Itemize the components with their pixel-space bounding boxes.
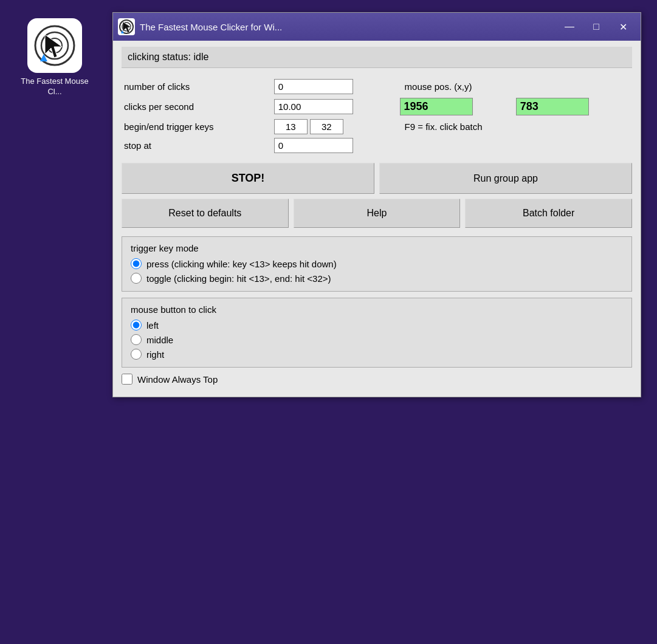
mouse-button-title: mouse button to click [131,304,623,315]
app-content: clicking status: idle number of clicks m… [113,41,641,397]
help-button[interactable]: Help [294,199,461,228]
cps-input[interactable] [274,99,353,114]
trigger-mode-toggle-label: toggle (clicking begin: hit <13>, end: h… [146,273,331,284]
desktop-icon[interactable]: The Fastest Mouse Cl... [18,18,91,97]
mouse-pos-label: mouse pos. (x,y) [400,79,514,94]
app-icon [27,18,82,73]
reset-button[interactable]: Reset to defaults [122,199,289,228]
mouse-button-panel: mouse button to click left middle right [122,298,632,368]
f9-label: F9 = fix. click batch [400,119,630,134]
trigger-mode-press-row: press (clicking while: key <13> keeps hi… [131,258,623,269]
window-always-top-row: Window Always Top [122,374,632,385]
mouse-right-row: right [131,349,623,360]
button-row-1: STOP! Run group app [122,163,632,194]
trigger-mode-toggle-row: toggle (clicking begin: hit <13>, end: h… [131,273,623,284]
app-window: The Fastest Mouse Clicker for Wi... — □ … [112,12,641,397]
mouse-right-label: right [146,349,164,360]
status-bar: clicking status: idle [122,47,632,68]
title-bar-icon [118,18,135,35]
trigger-mode-press-radio[interactable] [131,258,142,269]
mouse-middle-label: middle [146,335,173,345]
mouse-y-input [516,98,589,115]
desktop-icon-label: The Fastest Mouse Cl... [18,77,91,97]
maximize-button[interactable]: □ [583,17,609,36]
stop-at-input[interactable] [274,138,353,153]
title-bar: The Fastest Mouse Clicker for Wi... — □ … [113,13,641,41]
mouse-left-row: left [131,320,623,331]
mouse-middle-radio[interactable] [131,334,142,345]
title-bar-buttons: — □ ✕ [557,17,636,36]
num-clicks-input[interactable] [274,79,353,94]
batch-folder-button[interactable]: Batch folder [465,199,632,228]
button-row-2: Reset to defaults Help Batch folder [122,199,632,228]
trigger-mode-press-label: press (clicking while: key <13> keeps hi… [146,259,337,269]
mouse-middle-row: middle [131,334,623,345]
window-always-top-checkbox[interactable] [122,374,132,385]
trigger-key-mode-title: trigger key mode [131,243,623,253]
trigger-keys-label: begin/end trigger keys [124,119,272,134]
num-clicks-label: number of clicks [124,79,272,94]
mouse-x-input [400,98,473,115]
window-always-top-label: Window Always Top [137,374,218,385]
trigger-mode-toggle-radio[interactable] [131,273,142,284]
minimize-button[interactable]: — [557,17,582,36]
status-text: clicking status: idle [128,52,208,62]
stop-at-label: stop at [124,138,272,153]
cps-label: clicks per second [124,98,272,115]
mouse-left-label: left [146,320,159,331]
trigger-key2-input[interactable] [310,119,343,134]
stop-button[interactable]: STOP! [122,163,374,194]
trigger-key-mode-panel: trigger key mode press (clicking while: … [122,236,632,292]
title-bar-title: The Fastest Mouse Clicker for Wi... [140,22,557,32]
close-button[interactable]: ✕ [610,17,636,36]
mouse-left-radio[interactable] [131,320,142,331]
mouse-right-radio[interactable] [131,349,142,360]
trigger-key1-input[interactable] [274,119,308,134]
run-group-button[interactable]: Run group app [379,163,632,194]
